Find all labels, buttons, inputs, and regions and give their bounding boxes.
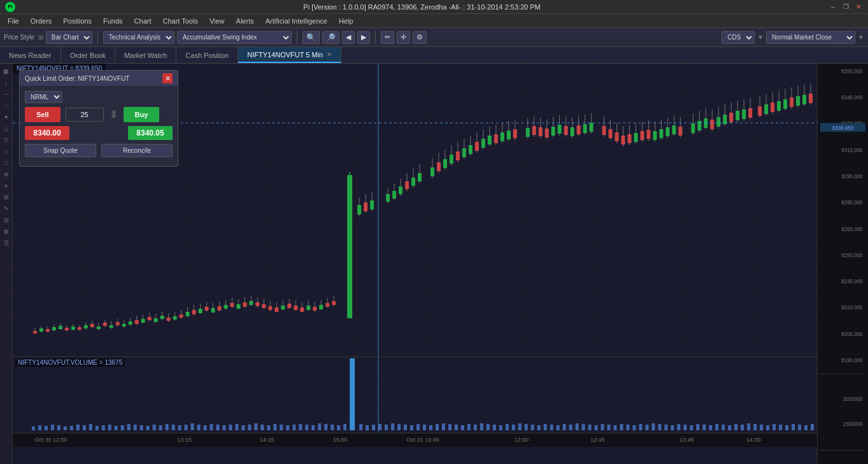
svg-text:8220.000: 8220.000 [841,304,862,311]
minimize-button[interactable]: – [829,3,837,11]
svg-rect-214 [691,123,695,133]
cds-dropdown-icon: ▼ [757,34,764,41]
market-close-select[interactable]: Normal Market Close [766,31,855,44]
svg-text:1500000: 1500000 [843,421,863,428]
sidebar-icon-8[interactable]: ◇ [1,146,11,157]
sidebar-icon-14[interactable]: ⊟ [1,215,11,225]
svg-rect-262 [83,425,86,430]
menu-positions[interactable]: Positions [58,16,97,26]
menu-alerts[interactable]: Alerts [231,16,259,26]
svg-rect-333 [537,425,541,430]
tab-market-watch[interactable]: Market Watch [115,47,176,63]
svg-rect-304 [350,358,355,430]
svg-rect-186 [590,123,594,132]
quick-order-header: Quick Limit Order: NIFTY14NOVFUT ✕ [20,71,178,86]
svg-rect-100 [281,306,285,309]
svg-rect-134 [411,178,415,186]
svg-rect-345 [614,425,617,430]
sidebar-icon-2[interactable]: ↕ [1,78,11,88]
menu-file[interactable]: File [3,16,24,26]
zoom-out-btn[interactable]: 🔎 [322,31,339,44]
divider-3 [375,31,376,44]
menu-chart-tools[interactable]: Chart Tools [157,16,203,26]
sidebar-icon-11[interactable]: ≡ [1,181,11,191]
svg-rect-323 [474,425,477,430]
quick-order-title: Quick Limit Order: NIFTY14NOVFUT [25,75,129,82]
tab-news-reader[interactable]: News Reader [0,47,61,63]
menu-view[interactable]: View [204,16,230,26]
draw-btn[interactable]: ✏ [381,31,394,44]
price-scale: Nifty 8,292.55 123.35 1.51% Sensex 27,72… [817,64,868,464]
svg-text:13:45: 13:45 [679,437,694,444]
cds-select[interactable]: CDS [722,31,755,44]
sidebar-icon-12[interactable]: ⊞ [1,192,11,202]
snap-quote-button[interactable]: Snap Quote [25,144,96,157]
restore-button[interactable]: ❐ [841,3,850,11]
svg-rect-278 [185,425,188,430]
sidebar-icon-3[interactable]: ↔ [1,89,11,99]
nav-fwd-btn[interactable]: ▶ [357,31,370,44]
nav-back-btn[interactable]: ◀ [342,31,355,44]
svg-rect-48 [116,322,120,325]
sidebar-icon-7[interactable]: ▽ [1,135,11,145]
svg-rect-281 [204,425,207,430]
svg-rect-180 [571,127,574,136]
svg-rect-122 [364,202,367,211]
menu-help[interactable]: Help [334,16,359,26]
svg-rect-38 [84,325,88,328]
menu-ai[interactable]: Artificial Intelligence [260,16,332,26]
svg-rect-259 [64,426,67,430]
svg-rect-298 [311,425,315,430]
svg-rect-366 [747,423,750,430]
svg-rect-329 [512,425,515,430]
menu-funds[interactable]: Funds [98,16,128,26]
menu-chart[interactable]: Chart [129,16,157,26]
sidebar-icon-5[interactable]: ✦ [1,112,11,122]
zoom-in-btn[interactable]: 🔍 [302,31,320,44]
tab-order-book[interactable]: Order Book [61,47,115,63]
sidebar-icon-13[interactable]: ✎ [1,204,11,214]
reconcile-button[interactable]: Reconcile [101,144,173,157]
svg-rect-314 [416,424,420,430]
svg-rect-202 [646,130,650,139]
main-chart[interactable]: NIFTY14NOVFUT = 8339.650 zerobrokerage.c… [13,64,817,356]
svg-rect-364 [734,424,737,430]
order-type-select[interactable]: NRML [25,91,62,103]
quantity-input[interactable] [66,108,104,122]
sidebar-icon-16[interactable]: ☰ [1,238,11,248]
buy-button[interactable]: Buy [124,107,160,122]
tab-close-icon[interactable]: ✕ [327,51,332,58]
svg-rect-343 [601,424,604,430]
menu-orders[interactable]: Orders [25,16,57,26]
svg-rect-352 [658,424,661,430]
tab-nifty-chart[interactable]: NIFTY14NOVFUT 5 Min ✕ [238,47,341,63]
crosshair-btn[interactable]: ✛ [397,31,410,44]
tab-cash-position[interactable]: Cash Position [176,47,238,63]
svg-rect-42 [97,327,101,329]
svg-text:8205.000: 8205.000 [841,330,862,337]
settings-btn[interactable]: ⚙ [413,31,427,44]
close-button[interactable]: ✕ [854,3,863,11]
sidebar-icon-15[interactable]: ⊠ [1,227,11,237]
sell-button[interactable]: Sell [25,107,60,122]
svg-rect-261 [76,425,80,430]
svg-rect-208 [665,127,669,136]
chart-type-select[interactable]: Bar Chart [46,31,92,44]
svg-rect-292 [273,424,276,430]
sidebar-icon-4[interactable]: ⋯ [1,101,11,111]
sidebar-icon-10[interactable]: ⊕ [1,169,11,179]
candle-group-1315 [186,296,253,317]
market-dropdown-icon: ▼ [858,34,864,41]
technical-analysis-select[interactable]: Technical Analysis [103,31,174,44]
svg-text:8295.000: 8295.000 [841,172,862,179]
quick-order-close[interactable]: ✕ [162,73,173,83]
qty-spinner[interactable]: ⬍ [109,108,118,122]
svg-rect-254 [32,426,35,430]
sidebar-icon-6[interactable]: △ [1,123,11,134]
indicator-select[interactable]: Accumulative Swing Index [177,31,292,44]
svg-rect-66 [173,316,177,320]
sidebar-icon-1[interactable]: ▦ [1,66,11,76]
svg-text:8280.000: 8280.000 [841,199,862,206]
svg-rect-370 [772,424,776,430]
sidebar-icon-9[interactable]: □ [1,158,11,168]
